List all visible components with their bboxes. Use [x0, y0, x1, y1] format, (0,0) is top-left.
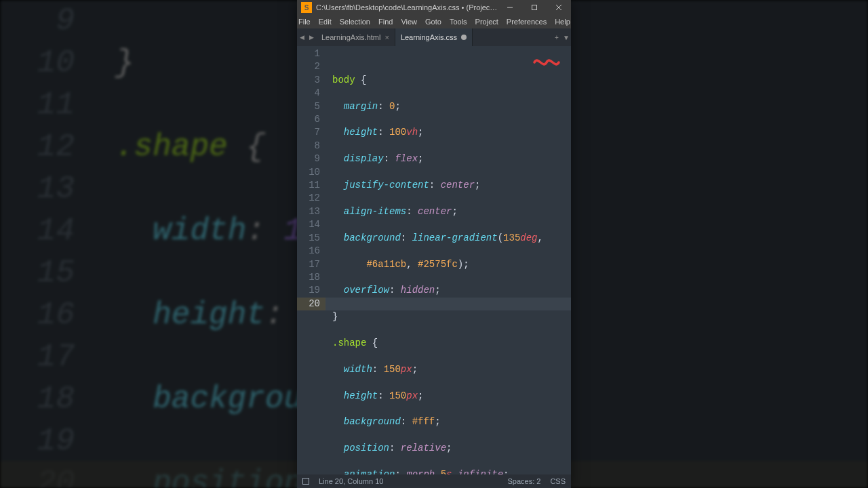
- menu-preferences[interactable]: Preferences: [502, 16, 551, 27]
- menu-view[interactable]: View: [397, 16, 421, 27]
- menu-edit[interactable]: Edit: [315, 16, 336, 27]
- line-gutter: 1234567 891011121314151617181920: [297, 46, 326, 474]
- nav-back-button[interactable]: ◀: [297, 28, 307, 46]
- minimize-button[interactable]: [498, 0, 522, 15]
- tab-close-icon[interactable]: ×: [384, 33, 389, 41]
- tab-label: LearningAxis.html: [321, 33, 380, 41]
- tab-dirty-icon: [461, 35, 467, 40]
- tab-learningaxis-html[interactable]: LearningAxis.html ×: [316, 28, 395, 46]
- panel-toggle-icon[interactable]: [302, 478, 309, 485]
- status-spaces[interactable]: Spaces: 2: [507, 477, 540, 485]
- menu-find[interactable]: Find: [374, 16, 397, 27]
- tab-learningaxis-css[interactable]: LearningAxis.css: [395, 28, 473, 46]
- menu-selection[interactable]: Selection: [336, 16, 374, 27]
- nav-fwd-button[interactable]: ▶: [307, 28, 316, 46]
- status-syntax[interactable]: CSS: [550, 477, 566, 485]
- menu-file[interactable]: File: [298, 16, 315, 27]
- logo-icon: [532, 54, 561, 70]
- statusbar: Line 20, Column 10 Spaces: 2 CSS: [297, 474, 571, 488]
- menu-project[interactable]: Project: [471, 16, 502, 27]
- menu-tools[interactable]: Tools: [446, 16, 471, 27]
- new-tab-button[interactable]: +: [552, 28, 561, 46]
- menu-help[interactable]: Help: [551, 16, 574, 27]
- menu-goto[interactable]: Goto: [421, 16, 446, 27]
- code-area[interactable]: body { margin: 0; height: 100vh; display…: [326, 46, 571, 474]
- status-position[interactable]: Line 20, Column 10: [319, 477, 383, 485]
- app-icon: S: [301, 2, 312, 13]
- tabbar: ◀ ▶ LearningAxis.html × LearningAxis.css…: [297, 28, 571, 46]
- close-button[interactable]: [547, 0, 571, 15]
- tab-label: LearningAxis.css: [401, 33, 457, 41]
- titlebar: S C:\Users\fb\Desktop\code\LearningAxis.…: [297, 0, 571, 15]
- menubar: File Edit Selection Find View Goto Tools…: [297, 15, 571, 28]
- code-editor[interactable]: 1234567 891011121314151617181920 body { …: [297, 46, 571, 474]
- window-title: C:\Users\fb\Desktop\code\LearningAxis.cs…: [316, 3, 498, 12]
- tab-menu-button[interactable]: ▼: [561, 28, 571, 46]
- editor-window: S C:\Users\fb\Desktop\code\LearningAxis.…: [297, 0, 571, 488]
- svg-rect-1: [532, 5, 537, 10]
- maximize-button[interactable]: [522, 0, 547, 15]
